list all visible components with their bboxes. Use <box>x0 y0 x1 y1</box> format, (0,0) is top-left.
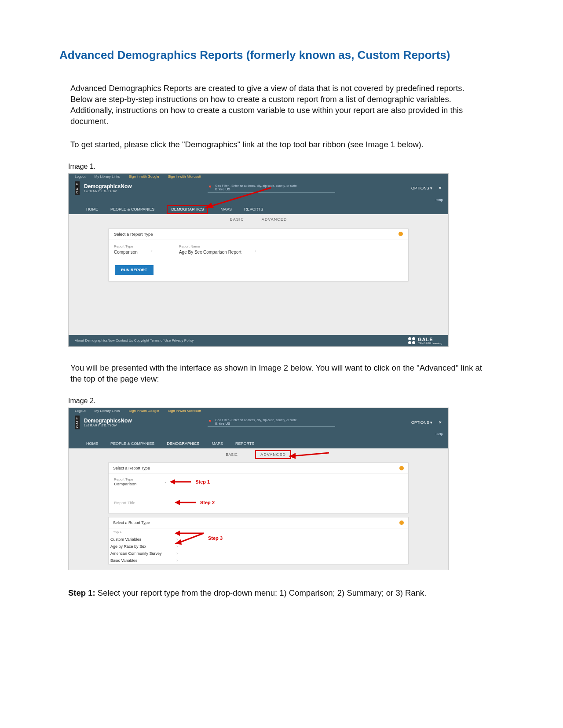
list-item[interactable]: Basic Variables› <box>109 557 408 564</box>
help-link[interactable]: Help <box>436 198 443 202</box>
main-tabs: HOME PEOPLE & COMPANIES DEMOGRAPHICS MAP… <box>69 204 448 214</box>
map-pin-icon: 📍 <box>208 186 212 190</box>
brand-bar: GALE DemographicsNow LIBRARY EDITION 📍 G… <box>69 180 448 197</box>
top-utility-bar: Logout My Library Links Sign in with Goo… <box>69 408 448 414</box>
report-type-dropdown[interactable]: Comparison ˅ <box>114 481 166 486</box>
gale-vertical-logo: GALE <box>75 181 80 195</box>
warning-icon <box>398 232 403 236</box>
geo-value: Entire US <box>215 422 230 426</box>
geo-filter-input[interactable]: 📍 Geo Filter - Enter an address, city, z… <box>208 418 335 427</box>
product-name: DemographicsNow <box>84 418 132 424</box>
chevron-down-icon: ˅ <box>255 250 256 254</box>
subtab-basic[interactable]: BASIC <box>230 217 244 222</box>
image-1-label: Image 1. <box>68 163 506 171</box>
gale-vertical-logo: GALE <box>75 415 80 429</box>
main-tabs: HOME PEOPLE & COMPANIES DEMOGRAPHICS MAP… <box>69 438 448 448</box>
footer-links[interactable]: About DemographicsNow Contact Us Copyrig… <box>75 339 194 342</box>
tab-maps[interactable]: MAPS <box>212 441 223 448</box>
chevron-right-icon: › <box>176 551 178 556</box>
tab-people-companies[interactable]: PEOPLE & COMPANIES <box>110 207 154 214</box>
signin-google-link[interactable]: Sign in with Google <box>129 175 159 178</box>
report-name-field[interactable]: Report Name Age By Sex Comparison Report… <box>179 244 256 255</box>
geo-value: Entire US <box>215 187 230 191</box>
close-icon[interactable]: ✕ <box>439 420 442 425</box>
chevron-right-icon: › <box>176 558 178 563</box>
tab-demographics[interactable]: DEMOGRAPHICS <box>167 441 199 448</box>
svg-line-10 <box>178 533 204 543</box>
logout-link[interactable]: Logout <box>75 175 85 178</box>
warning-icon <box>399 466 404 470</box>
svg-marker-11 <box>175 539 182 545</box>
chevron-down-icon: ˅ <box>151 250 153 254</box>
report-title-input[interactable]: Report Title <box>114 498 171 508</box>
logout-link[interactable]: Logout <box>75 409 85 413</box>
signin-microsoft-link[interactable]: Sign in with Microsoft <box>168 175 201 178</box>
help-link[interactable]: Help <box>436 432 443 436</box>
panel-header: Select a Report Type <box>113 521 150 525</box>
sub-tabs: BASIC ADVANCED <box>69 214 448 225</box>
page-title: Advanced Demographics Reports (formerly … <box>59 48 506 62</box>
geo-hint: Geo Filter - Enter an address, city, zip… <box>215 419 296 422</box>
screenshot-1: Logout My Library Links Sign in with Goo… <box>68 173 449 347</box>
product-name: DemographicsNow <box>84 183 132 189</box>
step-1-paragraph: Step 1: Select your report type from the… <box>68 588 471 599</box>
svg-marker-7 <box>175 500 180 505</box>
list-item[interactable]: Age by Race by Sex› <box>109 543 408 550</box>
mid-paragraph: You will be presented with the interface… <box>70 363 488 385</box>
report-name-label: Report Name <box>179 244 256 248</box>
red-arrow-step2 <box>175 499 197 506</box>
geo-filter-input[interactable]: 📍 Geo Filter - Enter an address, city, z… <box>208 183 335 193</box>
step-3-label: Step 3 <box>208 535 223 541</box>
sub-tabs: BASIC ADVANCED <box>69 448 448 461</box>
tab-home[interactable]: HOME <box>86 441 98 448</box>
top-utility-bar: Logout My Library Links Sign in with Goo… <box>69 174 448 180</box>
map-pin-icon: 📍 <box>208 420 212 424</box>
tab-people-companies[interactable]: PEOPLE & COMPANIES <box>110 441 154 448</box>
report-type-label: Report Type <box>114 477 166 481</box>
subtab-advanced[interactable]: ADVANCED <box>262 217 287 222</box>
step-1-text: Select your report type from the drop-do… <box>95 588 427 597</box>
panel-header: Select a Report Type <box>114 232 153 237</box>
tab-reports[interactable]: REPORTS <box>235 441 254 448</box>
list-item[interactable]: American Community Survey› <box>109 550 408 557</box>
report-type-label: Report Type <box>114 244 153 248</box>
screenshot-2: Logout My Library Links Sign in with Goo… <box>68 408 449 570</box>
product-edition: LIBRARY EDITION <box>84 424 132 427</box>
chevron-down-icon: ˅ <box>165 482 166 486</box>
signin-google-link[interactable]: Sign in with Google <box>129 409 159 413</box>
cengage-text: CENGAGE Learning <box>418 342 442 345</box>
list-item-label: Basic Variables <box>110 558 137 563</box>
close-icon[interactable]: ✕ <box>439 186 442 190</box>
gale-footer-logo: GALECENGAGE Learning <box>408 337 442 345</box>
step-2-label: Step 2 <box>200 500 215 505</box>
list-item-label: Custom Variables <box>110 537 141 542</box>
intro-paragraph-1: Advanced Demographics Reports are create… <box>70 83 488 127</box>
report-type-value: Comparison <box>114 250 138 255</box>
svg-marker-3 <box>289 453 296 459</box>
options-menu[interactable]: OPTIONS ▾ <box>411 420 432 425</box>
list-item-label: Age by Race by Sex <box>110 544 146 549</box>
my-library-links[interactable]: My Library Links <box>94 409 120 413</box>
report-type-panel: Select a Report Type Report Type Compari… <box>108 228 409 281</box>
signin-microsoft-link[interactable]: Sign in with Microsoft <box>168 409 201 413</box>
tab-demographics[interactable]: DEMOGRAPHICS <box>167 205 208 214</box>
warning-icon <box>399 521 404 525</box>
breadcrumb-top[interactable]: Top > <box>109 528 408 536</box>
report-type-panel: Select a Report Type Report Type Compari… <box>108 462 409 513</box>
red-arrow-step3 <box>175 531 205 546</box>
run-report-button[interactable]: RUN REPORT <box>115 265 154 275</box>
report-name-value: Age By Sex Comparison Report <box>179 250 241 255</box>
svg-marker-9 <box>175 531 180 536</box>
report-type-field[interactable]: Report Type Comparison˅ <box>114 244 153 255</box>
svg-marker-5 <box>170 479 175 484</box>
tab-maps[interactable]: MAPS <box>220 207 232 214</box>
variables-panel: Select a Report Type Top > Custom Variab… <box>108 517 409 564</box>
tab-reports[interactable]: REPORTS <box>244 207 263 214</box>
my-library-links[interactable]: My Library Links <box>94 175 120 178</box>
step-1-bold: Step 1: <box>68 588 95 597</box>
subtab-basic[interactable]: BASIC <box>226 452 238 457</box>
tab-home[interactable]: HOME <box>86 207 98 214</box>
options-menu[interactable]: OPTIONS ▾ <box>411 186 432 190</box>
list-item[interactable]: Custom Variables› <box>109 536 408 543</box>
red-arrow-step1 <box>170 479 192 485</box>
